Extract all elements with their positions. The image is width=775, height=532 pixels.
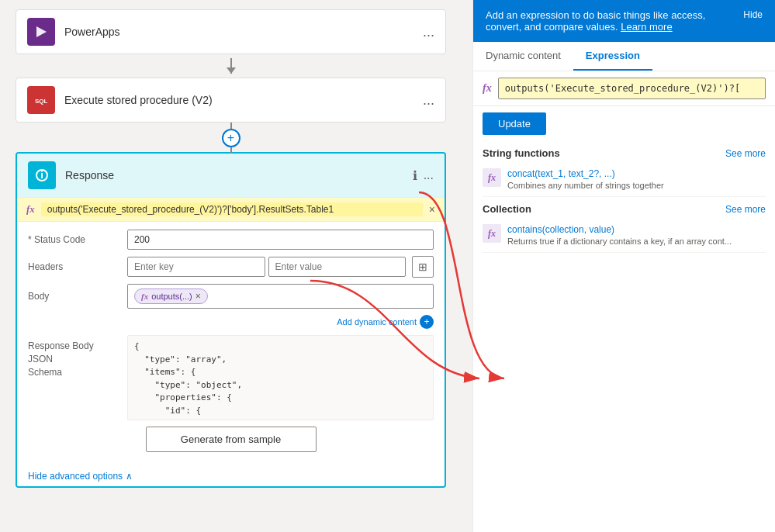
- collection-title: Collection: [483, 203, 531, 215]
- hide-advanced-options[interactable]: Hide advanced options ∧: [17, 466, 445, 486]
- right-panel: Add an expression to do basic things lik…: [472, 0, 775, 532]
- response-header-icons: ℹ ...: [413, 168, 434, 183]
- tab-dynamic-content[interactable]: Dynamic content: [473, 42, 573, 71]
- flow-area: PowerApps ... SQL Execute stored procedu…: [0, 0, 465, 532]
- contains-name: contains(collection, value): [507, 224, 732, 235]
- contains-function-item[interactable]: fx contains(collection, value) Returns t…: [483, 218, 766, 253]
- response-header: Response ℹ ...: [17, 154, 445, 198]
- headers-label: Headers: [28, 261, 121, 272]
- concat-desc: Combines any number of strings together: [507, 181, 664, 190]
- arrow-connector-1: [16, 54, 446, 78]
- update-button[interactable]: Update: [483, 112, 546, 135]
- concat-details: concat(text_1, text_2?, ...) Combines an…: [507, 168, 664, 190]
- response-icon: [28, 161, 56, 189]
- powerapps-icon: [27, 18, 55, 46]
- schema-row: Response Body JSON Schema { "type": "arr…: [28, 335, 434, 420]
- body-field[interactable]: fx outputs(...) ×: [127, 284, 434, 309]
- svg-point-8: [41, 171, 43, 172]
- fx-tag-icon: fx: [141, 292, 148, 301]
- fx-tag: fx outputs(...) ×: [134, 288, 208, 304]
- contains-icon: fx: [483, 224, 501, 243]
- sql-title: Execute stored procedure (V2): [64, 94, 423, 106]
- svg-text:SQL: SQL: [35, 98, 48, 105]
- powerapps-card: PowerApps ...: [16, 9, 446, 54]
- powerapps-menu[interactable]: ...: [423, 24, 434, 40]
- sql-icon: SQL: [27, 86, 55, 114]
- learn-more-link[interactable]: Learn more: [621, 21, 672, 33]
- string-functions-header: String functions See more: [483, 141, 766, 162]
- chevron-up-icon: ∧: [126, 471, 133, 482]
- powerapps-title: PowerApps: [64, 26, 423, 38]
- functions-area: String functions See more fx concat(text…: [473, 141, 775, 532]
- schema-label: Response Body JSON Schema: [28, 335, 121, 378]
- sql-card: SQL Execute stored procedure (V2) ...: [16, 78, 446, 123]
- headers-value-input[interactable]: [268, 257, 407, 277]
- expression-bar: fx outputs('Execute_stored_procedure_(V2…: [17, 198, 445, 222]
- add-dynamic-content-btn[interactable]: Add dynamic content: [337, 317, 417, 326]
- headers-row: Headers ⊞: [28, 256, 434, 278]
- expr-input-icon: fx: [483, 82, 492, 95]
- status-code-input[interactable]: [127, 230, 434, 250]
- headers-table-icon[interactable]: ⊞: [412, 256, 434, 278]
- info-bar: Add an expression to do basic things lik…: [473, 0, 775, 42]
- collection-see-more[interactable]: See more: [725, 204, 766, 215]
- status-code-row: * Status Code: [28, 230, 434, 250]
- tab-expression[interactable]: Expression: [573, 42, 652, 71]
- panel-tabs: Dynamic content Expression: [473, 42, 775, 71]
- response-title: Response: [65, 169, 413, 181]
- fx-tag-close[interactable]: ×: [195, 291, 201, 302]
- generate-from-sample-button[interactable]: Generate from sample: [146, 427, 317, 452]
- expression-input-row: fx: [473, 71, 775, 106]
- fx-tag-label: outputs(...): [151, 292, 192, 301]
- hide-panel-btn[interactable]: Hide: [743, 9, 763, 20]
- arrow-down-1: [230, 58, 232, 74]
- string-functions-see-more[interactable]: See more: [725, 148, 766, 159]
- plus-connector: +: [16, 123, 446, 152]
- expression-text[interactable]: outputs('Execute_stored_procedure_(V2)')…: [41, 202, 423, 216]
- contains-desc: Returns true if a dictionary contains a …: [507, 237, 732, 246]
- expr-fx-icon: fx: [26, 203, 35, 216]
- concat-icon: fx: [483, 168, 501, 187]
- info-icon[interactable]: ℹ: [413, 168, 417, 183]
- headers-inputs: [127, 257, 406, 277]
- contains-details: contains(collection, value) Returns true…: [507, 224, 732, 246]
- expression-close-btn[interactable]: ×: [429, 203, 435, 216]
- response-menu[interactable]: ...: [424, 168, 434, 182]
- response-card: Response ℹ ... fx outputs('Execute_store…: [16, 152, 446, 488]
- concat-function-item[interactable]: fx concat(text_1, text_2?, ...) Combines…: [483, 162, 766, 197]
- info-bar-text: Add an expression to do basic things lik…: [486, 9, 734, 33]
- sql-menu[interactable]: ...: [423, 92, 434, 109]
- body-label: Body: [28, 291, 121, 302]
- collection-header: Collection See more: [483, 197, 766, 218]
- status-code-label: * Status Code: [28, 234, 121, 245]
- json-schema-field[interactable]: { "type": "array", "items": { "type": "o…: [127, 335, 434, 420]
- add-dynamic-row: Add dynamic content +: [28, 315, 434, 329]
- add-dynamic-circle-btn[interactable]: +: [420, 315, 434, 329]
- headers-key-input[interactable]: [127, 257, 265, 277]
- string-functions-title: String functions: [483, 147, 560, 159]
- expression-input-field[interactable]: [498, 78, 766, 99]
- form-body: * Status Code Headers ⊞ Body: [17, 222, 445, 466]
- add-step-button[interactable]: +: [222, 129, 240, 147]
- hide-advanced-text: Hide advanced options: [28, 471, 123, 482]
- body-row: Body fx outputs(...) ×: [28, 284, 434, 309]
- concat-name: concat(text_1, text_2?, ...): [507, 168, 664, 179]
